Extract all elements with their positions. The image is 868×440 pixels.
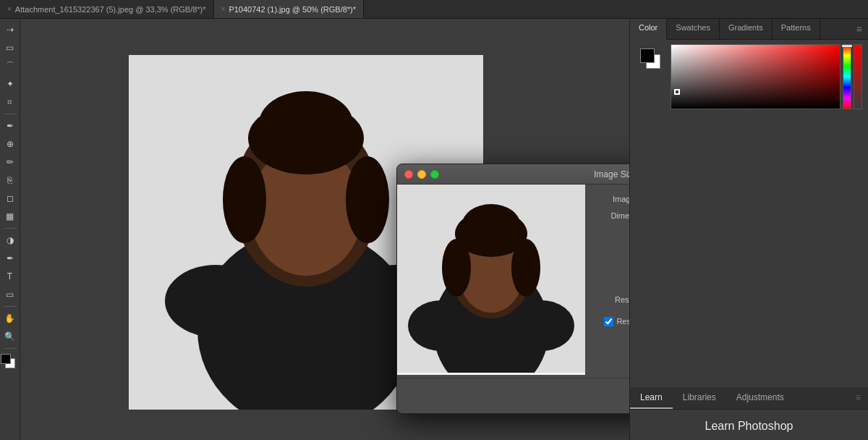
color-swatches-toolbar[interactable] bbox=[1, 354, 20, 376]
magic-wand-tool[interactable]: ✦ bbox=[2, 76, 18, 92]
svg-point-19 bbox=[511, 239, 540, 297]
tab-label-2: P1040742 (1).jpg @ 50% (RGB/8*)* bbox=[229, 5, 356, 14]
dialog-preview bbox=[397, 185, 585, 375]
fg-swatch bbox=[1, 354, 11, 364]
crop-tool[interactable]: ⌗ bbox=[2, 94, 18, 110]
select-rect-tool[interactable]: ▭ bbox=[2, 40, 18, 56]
fit-to-row: Fit To: Custom bbox=[595, 227, 629, 242]
tab-close-2[interactable]: × bbox=[221, 5, 226, 13]
dodge-tool[interactable]: ◑ bbox=[2, 232, 18, 248]
fg-bg-swatches[interactable] bbox=[640, 48, 666, 75]
opacity-slider[interactable] bbox=[854, 44, 862, 109]
dialog-titlebar: Image Size ⚙ bbox=[397, 164, 629, 185]
color-swatches-row bbox=[630, 40, 868, 109]
svg-point-8 bbox=[346, 156, 389, 243]
dialog-buttons: Cancel OK bbox=[397, 378, 629, 413]
svg-point-9 bbox=[165, 265, 266, 337]
tab-bar: × Attachment_1615322367 (5).jpeg @ 33,3%… bbox=[0, 0, 868, 19]
image-size-row: Image Size: 2,32M (was 12,7M) ⚙ bbox=[595, 193, 629, 204]
dialog-body: Image Size: 2,32M (was 12,7M) ⚙ Dimensio… bbox=[397, 185, 629, 375]
learn-tabs: Learn Libraries Adjustments ≡ bbox=[630, 387, 868, 410]
tab-label-1: Attachment_1615322367 (5).jpeg @ 33,3% (… bbox=[15, 5, 206, 14]
image-size-dialog: Image Size ⚙ bbox=[396, 164, 629, 414]
clone-tool[interactable]: ⎘ bbox=[2, 172, 18, 188]
hand-tool[interactable]: ✋ bbox=[2, 310, 18, 326]
lasso-tool[interactable]: ⌒ bbox=[2, 58, 18, 74]
resample-label-text: Resample: bbox=[616, 317, 629, 326]
width-row: Width: Inches bbox=[595, 248, 629, 264]
color-spectrum-area bbox=[671, 44, 862, 109]
tab-libraries[interactable]: Libraries bbox=[673, 387, 726, 409]
resample-row: Resample: Automatic bbox=[595, 313, 629, 329]
color-picker-cursor bbox=[674, 89, 680, 95]
wh-link-section: Width: Inches Height: bbox=[595, 248, 629, 292]
divider-1 bbox=[4, 114, 17, 114]
color-panel bbox=[630, 40, 868, 387]
divider-4 bbox=[4, 348, 17, 349]
svg-point-6 bbox=[248, 102, 364, 174]
height-row: Height: Inches bbox=[595, 270, 629, 286]
svg-point-21 bbox=[509, 300, 574, 351]
dialog-title: Image Size bbox=[403, 169, 629, 179]
shape-tool[interactable]: ▭ bbox=[2, 287, 18, 302]
fit-to-label: Fit To: bbox=[595, 230, 629, 239]
type-tool[interactable]: T bbox=[2, 268, 18, 284]
zoom-tool[interactable]: 🔍 bbox=[2, 329, 18, 344]
svg-point-7 bbox=[223, 156, 266, 243]
panel-more-icon[interactable]: ≡ bbox=[851, 19, 868, 39]
dimensions-row: Dimensions: ▾ 900 px × 900 px bbox=[595, 210, 629, 221]
tab-2[interactable]: × P1040742 (1).jpg @ 50% (RGB/8*)* bbox=[214, 0, 365, 18]
heal-tool[interactable]: ⊕ bbox=[2, 136, 18, 152]
color-gradient-box[interactable] bbox=[671, 44, 841, 109]
image-size-label: Image Size: bbox=[595, 195, 629, 203]
eyedropper-tool[interactable]: ✒ bbox=[2, 118, 18, 134]
wh-inputs: Width: Inches Height: bbox=[595, 248, 629, 292]
move-tool[interactable]: ⇢ bbox=[2, 22, 18, 38]
learn-panel-title: Learn Photoshop bbox=[630, 410, 868, 440]
canvas-area: Image Size ⚙ bbox=[20, 19, 629, 440]
left-toolbar: ⇢ ▭ ⌒ ✦ ⌗ ✒ ⊕ ✏ ⎘ ◻ ▦ ◑ ✒ T ▭ ✋ 🔍 bbox=[0, 19, 20, 440]
tab-patterns[interactable]: Patterns bbox=[773, 19, 820, 39]
divider-2 bbox=[4, 228, 17, 229]
tab-adjustments[interactable]: Adjustments bbox=[726, 387, 794, 409]
tab-swatches[interactable]: Swatches bbox=[667, 19, 720, 39]
resample-checkbox-container: Resample: bbox=[595, 317, 629, 326]
main-area: ⇢ ▭ ⌒ ✦ ⌗ ✒ ⊕ ✏ ⎘ ◻ ▦ ◑ ✒ T ▭ ✋ 🔍 bbox=[0, 19, 868, 440]
divider-3 bbox=[4, 306, 17, 307]
right-panel: Color Swatches Gradients Patterns ≡ bbox=[629, 19, 868, 440]
eraser-tool[interactable]: ◻ bbox=[2, 190, 18, 206]
resample-checkbox[interactable] bbox=[604, 317, 613, 326]
learn-more-icon[interactable]: ≡ bbox=[848, 387, 868, 409]
hue-slider-indicator bbox=[842, 45, 852, 47]
brush-tool[interactable]: ✏ bbox=[2, 154, 18, 170]
dialog-form: Image Size: 2,32M (was 12,7M) ⚙ Dimensio… bbox=[585, 185, 629, 375]
pen-tool[interactable]: ✒ bbox=[2, 250, 18, 266]
tab-color[interactable]: Color bbox=[630, 19, 667, 40]
resolution-row: Resolution: Pixels/Inch bbox=[595, 292, 629, 308]
resample-label[interactable]: Resample: bbox=[604, 317, 629, 326]
color-gradient-overlay bbox=[671, 45, 840, 109]
panel-tabs: Color Swatches Gradients Patterns ≡ bbox=[630, 19, 868, 40]
height-label: Height: bbox=[595, 274, 629, 282]
svg-point-18 bbox=[442, 239, 471, 297]
tab-close-1[interactable]: × bbox=[7, 5, 12, 13]
width-label: Width: bbox=[595, 252, 629, 261]
tab-1[interactable]: × Attachment_1615322367 (5).jpeg @ 33,3%… bbox=[0, 0, 214, 18]
foreground-color-swatch[interactable] bbox=[640, 48, 655, 63]
dimensions-label: Dimensions: bbox=[595, 211, 629, 220]
svg-point-20 bbox=[408, 300, 473, 351]
hue-slider[interactable] bbox=[843, 44, 851, 109]
preview-image bbox=[397, 185, 585, 373]
tab-gradients[interactable]: Gradients bbox=[720, 19, 773, 39]
gradient-tool[interactable]: ▦ bbox=[2, 208, 18, 224]
tab-learn[interactable]: Learn bbox=[630, 387, 673, 409]
resolution-label: Resolution: bbox=[595, 295, 629, 304]
